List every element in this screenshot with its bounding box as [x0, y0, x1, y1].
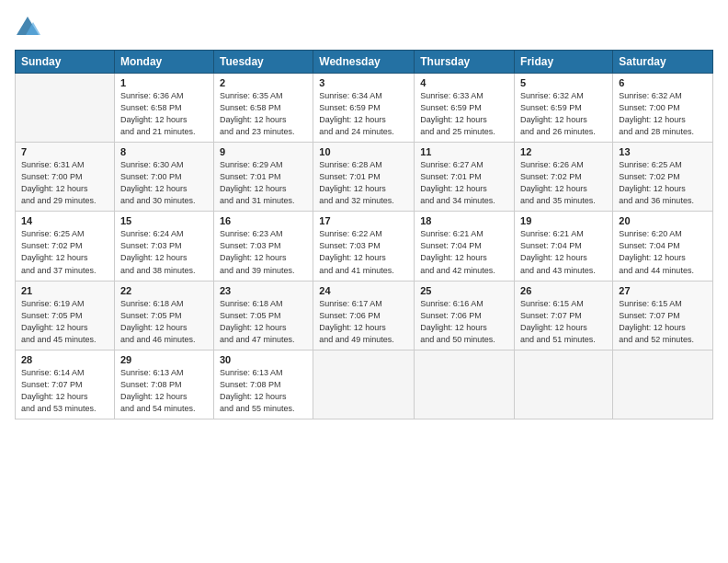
day-number: 11 — [420, 146, 508, 157]
header-cell-saturday: Saturday — [613, 51, 713, 74]
calendar-day-7: 7Sunrise: 6:31 AMSunset: 7:00 PMDaylight… — [16, 143, 115, 212]
daylight-hours: Daylight: 12 hours — [619, 184, 686, 193]
calendar-day-empty — [515, 350, 613, 419]
day-number: 14 — [21, 215, 108, 226]
day-info: Sunrise: 6:13 AMSunset: 7:08 PMDaylight:… — [120, 367, 208, 415]
day-number: 13 — [619, 146, 707, 157]
sunset-text: Sunset: 7:01 PM — [420, 172, 482, 181]
day-info: Sunrise: 6:23 AMSunset: 7:03 PMDaylight:… — [220, 228, 307, 276]
sunrise-text: Sunrise: 6:35 AM — [220, 91, 283, 100]
daylight-hours: Daylight: 12 hours — [420, 253, 487, 262]
daylight-minutes: and and 26 minutes. — [520, 127, 596, 136]
sunset-text: Sunset: 7:03 PM — [220, 241, 281, 250]
logo-icon — [15, 15, 40, 40]
day-number: 22 — [120, 285, 208, 296]
calendar-day-16: 16Sunrise: 6:23 AMSunset: 7:03 PMDayligh… — [213, 212, 313, 281]
daylight-hours: Daylight: 12 hours — [420, 115, 487, 124]
sunset-text: Sunset: 6:59 PM — [319, 103, 381, 112]
daylight-hours: Daylight: 12 hours — [120, 253, 188, 262]
calendar-day-29: 29Sunrise: 6:13 AMSunset: 7:08 PMDayligh… — [114, 350, 213, 419]
daylight-minutes: and and 31 minutes. — [220, 196, 295, 205]
day-number: 10 — [319, 146, 408, 157]
sunset-text: Sunset: 7:00 PM — [120, 172, 182, 181]
calendar-day-26: 26Sunrise: 6:15 AMSunset: 7:07 PMDayligh… — [515, 281, 613, 350]
day-info: Sunrise: 6:24 AMSunset: 7:03 PMDaylight:… — [120, 228, 208, 276]
day-number: 18 — [420, 215, 508, 226]
page: SundayMondayTuesdayWednesdayThursdayFrid… — [0, 0, 728, 563]
day-number: 1 — [120, 77, 208, 88]
day-number: 2 — [220, 77, 307, 88]
day-number: 30 — [220, 354, 307, 365]
daylight-minutes: and and 29 minutes. — [21, 196, 97, 205]
calendar-day-19: 19Sunrise: 6:21 AMSunset: 7:04 PMDayligh… — [515, 212, 613, 281]
header-cell-tuesday: Tuesday — [213, 51, 313, 74]
daylight-minutes: and and 53 minutes. — [21, 404, 97, 413]
calendar-day-28: 28Sunrise: 6:14 AMSunset: 7:07 PMDayligh… — [16, 350, 115, 419]
sunrise-text: Sunrise: 6:29 AM — [220, 160, 283, 169]
calendar-day-empty — [16, 74, 115, 143]
header-cell-wednesday: Wednesday — [313, 51, 415, 74]
calendar-day-24: 24Sunrise: 6:17 AMSunset: 7:06 PMDayligh… — [313, 281, 415, 350]
daylight-hours: Daylight: 12 hours — [120, 115, 188, 124]
sunrise-text: Sunrise: 6:20 AM — [619, 229, 682, 238]
daylight-minutes: and and 34 minutes. — [420, 196, 495, 205]
calendar-week-3: 14Sunrise: 6:25 AMSunset: 7:02 PMDayligh… — [16, 212, 713, 281]
day-info: Sunrise: 6:36 AMSunset: 6:58 PMDaylight:… — [120, 90, 208, 138]
calendar-day-12: 12Sunrise: 6:26 AMSunset: 7:02 PMDayligh… — [515, 143, 613, 212]
sunset-text: Sunset: 6:58 PM — [120, 103, 182, 112]
sunrise-text: Sunrise: 6:24 AM — [120, 229, 184, 238]
calendar-day-27: 27Sunrise: 6:15 AMSunset: 7:07 PMDayligh… — [613, 281, 713, 350]
sunset-text: Sunset: 6:58 PM — [220, 103, 281, 112]
calendar-day-15: 15Sunrise: 6:24 AMSunset: 7:03 PMDayligh… — [114, 212, 213, 281]
day-number: 16 — [220, 215, 307, 226]
day-number: 27 — [619, 285, 707, 296]
day-number: 29 — [120, 354, 208, 365]
daylight-hours: Daylight: 12 hours — [21, 323, 88, 332]
calendar-week-4: 21Sunrise: 6:19 AMSunset: 7:05 PMDayligh… — [16, 281, 713, 350]
day-info: Sunrise: 6:14 AMSunset: 7:07 PMDaylight:… — [21, 367, 108, 415]
calendar-week-1: 1Sunrise: 6:36 AMSunset: 6:58 PMDaylight… — [16, 74, 713, 143]
daylight-minutes: and and 36 minutes. — [619, 196, 694, 205]
day-info: Sunrise: 6:25 AMSunset: 7:02 PMDaylight:… — [21, 228, 108, 276]
daylight-minutes: and and 23 minutes. — [220, 127, 295, 136]
sunset-text: Sunset: 7:02 PM — [21, 241, 83, 250]
sunrise-text: Sunrise: 6:36 AM — [120, 91, 184, 100]
daylight-minutes: and and 37 minutes. — [21, 266, 97, 275]
sunset-text: Sunset: 7:00 PM — [21, 172, 83, 181]
day-number: 25 — [420, 285, 508, 296]
day-info: Sunrise: 6:22 AMSunset: 7:03 PMDaylight:… — [319, 228, 408, 276]
daylight-minutes: and and 25 minutes. — [420, 127, 495, 136]
daylight-minutes: and and 35 minutes. — [520, 196, 596, 205]
day-number: 4 — [420, 77, 508, 88]
day-number: 17 — [319, 215, 408, 226]
sunset-text: Sunset: 7:08 PM — [120, 380, 182, 389]
calendar-day-6: 6Sunrise: 6:32 AMSunset: 7:00 PMDaylight… — [613, 74, 713, 143]
daylight-hours: Daylight: 12 hours — [520, 253, 587, 262]
sunrise-text: Sunrise: 6:27 AM — [420, 160, 483, 169]
sunset-text: Sunset: 7:05 PM — [21, 311, 83, 320]
sunset-text: Sunset: 6:59 PM — [420, 103, 482, 112]
daylight-minutes: and and 55 minutes. — [220, 404, 295, 413]
day-info: Sunrise: 6:17 AMSunset: 7:06 PMDaylight:… — [319, 298, 408, 346]
header — [15, 15, 713, 40]
calendar-table: SundayMondayTuesdayWednesdayThursdayFrid… — [15, 50, 713, 419]
header-cell-friday: Friday — [515, 51, 613, 74]
calendar-day-25: 25Sunrise: 6:16 AMSunset: 7:06 PMDayligh… — [415, 281, 515, 350]
day-number: 24 — [319, 285, 408, 296]
day-info: Sunrise: 6:20 AMSunset: 7:04 PMDaylight:… — [619, 228, 707, 276]
day-number: 3 — [319, 77, 408, 88]
calendar-day-13: 13Sunrise: 6:25 AMSunset: 7:02 PMDayligh… — [613, 143, 713, 212]
sunrise-text: Sunrise: 6:32 AM — [619, 91, 682, 100]
day-number: 8 — [120, 146, 208, 157]
sunrise-text: Sunrise: 6:15 AM — [619, 299, 682, 308]
sunset-text: Sunset: 7:02 PM — [619, 172, 680, 181]
daylight-minutes: and and 38 minutes. — [120, 266, 196, 275]
daylight-minutes: and and 28 minutes. — [619, 127, 694, 136]
sunrise-text: Sunrise: 6:21 AM — [420, 229, 483, 238]
day-number: 5 — [520, 77, 607, 88]
daylight-minutes: and and 32 minutes. — [319, 196, 394, 205]
calendar-day-20: 20Sunrise: 6:20 AMSunset: 7:04 PMDayligh… — [613, 212, 713, 281]
header-cell-monday: Monday — [114, 51, 213, 74]
sunrise-text: Sunrise: 6:13 AM — [220, 368, 283, 377]
calendar-day-9: 9Sunrise: 6:29 AMSunset: 7:01 PMDaylight… — [213, 143, 313, 212]
